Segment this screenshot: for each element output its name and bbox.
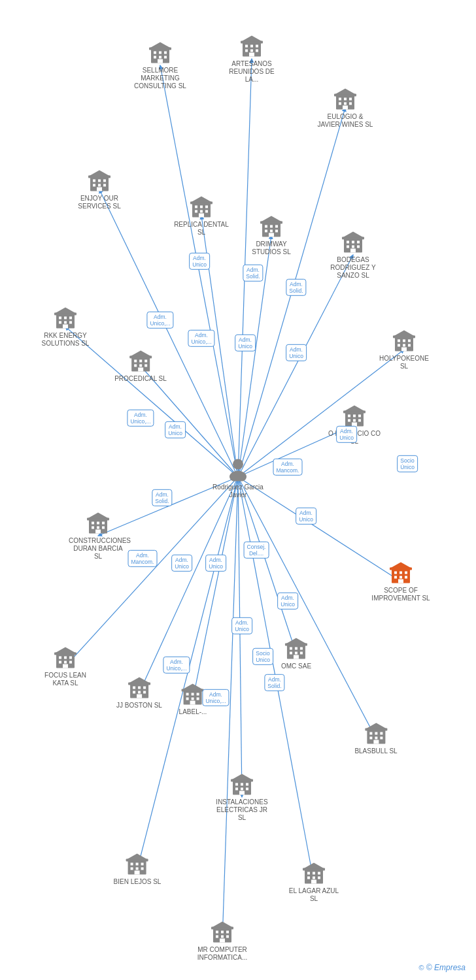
svg-rect-48 (349, 98, 352, 101)
svg-rect-158 (69, 657, 72, 659)
svg-rect-229 (307, 877, 310, 879)
company-label-bodegas: BODEGAS RODRIGUEZ Y SANZO SL (324, 256, 382, 280)
company-node-mr_computer[interactable]: MR COMPUTER INFORMATICA... (193, 921, 252, 962)
svg-rect-126 (348, 415, 350, 417)
svg-rect-101 (69, 321, 72, 324)
svg-rect-232 (311, 880, 316, 884)
svg-marker-243 (212, 922, 233, 928)
svg-marker-53 (335, 89, 356, 95)
svg-rect-157 (64, 657, 67, 659)
svg-rect-61 (103, 184, 106, 187)
company-node-artesanos[interactable]: ARTESANOS REUNIDOS DE LA... (222, 35, 281, 84)
company-node-jjboston[interactable]: JJ BOSTON SL (116, 676, 162, 710)
svg-rect-112 (138, 368, 143, 372)
svg-rect-76 (265, 225, 267, 228)
company-node-scope[interactable]: SCOPE OF IMPROVEMENT SL (371, 561, 430, 602)
role-badge-r3: Adm.Solid. (286, 279, 306, 296)
svg-marker-213 (231, 774, 252, 780)
company-label-el_lagar: EL LAGAR AZUL SL (284, 887, 343, 903)
svg-rect-117 (403, 340, 405, 342)
role-badge-r12: Adm.Mancom. (273, 459, 303, 476)
company-node-drimway[interactable]: DRIMWAY STUDIOS SL (242, 215, 301, 256)
svg-rect-58 (103, 180, 106, 182)
company-label-mr_computer: MR COMPUTER INFORMATICA... (193, 946, 252, 962)
svg-rect-161 (69, 661, 72, 664)
svg-rect-212 (239, 791, 245, 795)
company-node-focus[interactable]: FOCUS LEAN KATA SL (36, 646, 95, 687)
company-node-replica[interactable]: REPLICA DENTAL SL (172, 195, 231, 237)
company-node-bien_lejos[interactable]: BIEN LEJOS SL (114, 853, 162, 886)
svg-rect-51 (349, 103, 352, 105)
role-badge-r17: Adm.Unico (205, 555, 226, 572)
company-label-bien_lejos: BIEN LEJOS SL (114, 878, 162, 886)
svg-rect-239 (216, 936, 218, 938)
svg-rect-72 (199, 214, 204, 218)
svg-rect-139 (92, 527, 94, 529)
svg-rect-122 (401, 348, 407, 351)
svg-rect-227 (313, 872, 315, 875)
svg-rect-29 (154, 56, 156, 59)
svg-rect-38 (256, 45, 258, 48)
svg-rect-97 (64, 317, 67, 319)
company-node-omc_sae[interactable]: OMC SAE (281, 637, 311, 670)
company-node-el_lagar[interactable]: EL LAGAR AZUL SL (284, 862, 343, 903)
company-label-enjoy: ENJOY OUR SERVICES SL (70, 195, 129, 210)
company-node-blasbull[interactable]: BLASBULL SL (354, 722, 397, 755)
svg-marker-83 (261, 216, 282, 222)
svg-marker-173 (129, 678, 150, 683)
svg-rect-191 (300, 652, 303, 655)
company-node-bodegas[interactable]: BODEGAS RODRIGUEZ Y SANZO SL (324, 231, 382, 280)
svg-rect-147 (400, 572, 402, 574)
svg-line-0 (160, 65, 238, 477)
svg-rect-206 (235, 783, 238, 786)
company-label-replica: REPLICA DENTAL SL (172, 221, 231, 237)
svg-rect-236 (216, 931, 218, 934)
svg-rect-221 (141, 868, 144, 870)
svg-rect-226 (307, 872, 310, 875)
svg-rect-169 (133, 691, 135, 694)
company-node-eulogio[interactable]: EULOGIO & JAVIER WINES SL (316, 88, 375, 129)
company-node-rkk[interactable]: RKK ENERGY SOLUTIONS SL (36, 306, 95, 348)
svg-rect-36 (245, 45, 248, 48)
svg-rect-218 (141, 863, 144, 866)
svg-point-23 (230, 471, 246, 482)
company-node-holypoke[interactable]: HOLYPOKEONE SL (375, 329, 434, 370)
svg-rect-37 (250, 45, 253, 48)
svg-rect-26 (154, 52, 156, 54)
company-label-scope: SCOPE OF IMPROVEMENT SL (371, 587, 430, 602)
company-node-construcciones[interactable]: CONSTRUCCIONES DURAN BARCIA SL (69, 512, 128, 561)
company-node-sellmore[interactable]: SELLMORE MARKETING CONSULTING SL (131, 41, 190, 90)
svg-rect-202 (373, 740, 379, 744)
svg-rect-28 (164, 52, 167, 54)
svg-rect-108 (144, 360, 147, 363)
company-label-omc_sae: OMC SAE (281, 662, 311, 670)
svg-rect-129 (348, 419, 350, 422)
svg-rect-92 (350, 249, 356, 253)
svg-rect-79 (265, 230, 267, 233)
svg-rect-170 (138, 691, 141, 694)
company-node-instalaciones[interactable]: INSTALACIONES ELECTRICAS JR SL (212, 773, 271, 822)
svg-rect-106 (134, 360, 137, 363)
company-label-construcciones: CONSTRUCCIONES DURAN BARCIA SL (69, 537, 128, 561)
svg-marker-233 (303, 863, 324, 869)
svg-rect-141 (102, 527, 105, 529)
company-node-enjoy[interactable]: ENJOY OUR SERVICES SL (70, 169, 129, 210)
svg-rect-70 (200, 210, 203, 213)
company-node-procedical[interactable]: PROCEDICAL SL (114, 350, 167, 383)
svg-rect-150 (400, 576, 402, 579)
svg-point-22 (233, 459, 243, 470)
role-badge-r10: Adm.Unico (336, 426, 357, 443)
svg-rect-67 (200, 206, 203, 208)
role-badge-r8: Adm.Unico,... (127, 410, 154, 427)
svg-rect-152 (398, 580, 403, 583)
network-diagram: Rodriguez Garcia Javier © © Empresa SELL… (0, 0, 476, 980)
company-label-jjboston: JJ BOSTON SL (116, 702, 162, 710)
svg-rect-47 (344, 98, 347, 101)
company-label-procedical: PROCEDICAL SL (114, 375, 167, 383)
watermark: © © Empresa (418, 963, 466, 972)
role-badge-r1: Adm.Unico (189, 253, 210, 270)
svg-rect-181 (197, 698, 199, 700)
svg-rect-88 (357, 241, 360, 244)
svg-rect-41 (256, 50, 258, 52)
svg-rect-189 (290, 652, 292, 655)
